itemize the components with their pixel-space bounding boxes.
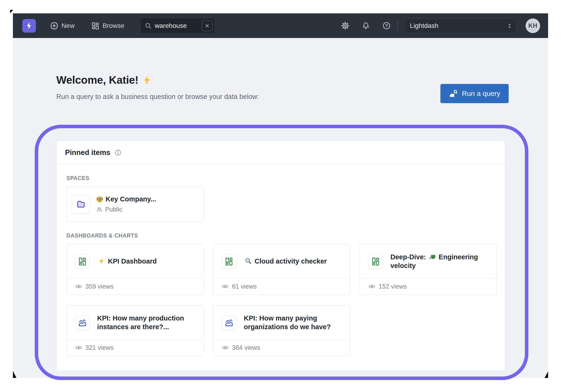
svg-text:?: ? <box>385 23 388 28</box>
dashboard-grid-icon <box>78 257 87 266</box>
new-button[interactable]: New <box>50 21 75 30</box>
run-query-label: Run a query <box>462 90 500 98</box>
truck-emoji <box>429 253 436 260</box>
card-title: Cloud activity checker <box>244 257 327 266</box>
magnifier-emoji <box>245 258 252 264</box>
help-icon: ? <box>382 21 391 30</box>
bolt-logo-icon <box>25 22 33 30</box>
pinned-items-panel: Pinned items SPACES <box>56 141 505 371</box>
chart-line-icon <box>225 318 233 327</box>
zap-emoji <box>98 258 105 264</box>
dashboards-charts-section-label: DASHBOARDS & CHARTS <box>66 233 496 239</box>
eye-icon <box>368 283 375 290</box>
pinned-item-card[interactable]: KPI: How many paying organizations do we… <box>213 305 350 356</box>
views-count: 321 views <box>86 344 114 351</box>
space-title: Key Company... <box>96 195 156 203</box>
run-query-button[interactable]: Run a query <box>440 84 509 103</box>
pinned-item-card[interactable]: Cloud activity checker 61 views <box>213 244 350 295</box>
views-count: 384 views <box>232 344 260 351</box>
avatar-initials: KH <box>529 22 538 29</box>
welcome-block: Welcome, Katie! Run a query to ask a bus… <box>56 74 259 101</box>
space-visibility-text: Public <box>105 206 122 213</box>
app-window: New Browse <box>13 13 548 378</box>
space-visibility: Public <box>96 206 156 213</box>
title-text: Cloud activity checker <box>253 258 327 265</box>
browse-grid-icon <box>91 21 99 30</box>
pinned-item-card[interactable]: KPI: How many production instances are t… <box>66 305 204 356</box>
card-title: KPI: How many paying organizations do we… <box>244 314 343 331</box>
item-icon-tile <box>222 254 236 269</box>
space-card[interactable]: Key Company... Public <box>66 187 204 222</box>
card-title: Deep-Dive: Engineering velocity <box>390 253 490 270</box>
global-search[interactable] <box>141 19 215 33</box>
item-icon-tile <box>368 254 383 269</box>
pinned-item-card[interactable]: Deep-Dive: Engineering velocity 152 view… <box>360 244 497 295</box>
views-count: 61 views <box>232 283 257 290</box>
pinned-cards-grid: KPI Dashboard 359 views <box>66 244 496 356</box>
search-icon <box>145 22 152 29</box>
user-avatar[interactable]: KH <box>526 19 540 33</box>
pinned-item-card[interactable]: KPI Dashboard 359 views <box>66 244 204 295</box>
nerd-face-emoji <box>96 196 103 203</box>
card-title: KPI Dashboard <box>97 257 157 266</box>
help-button[interactable]: ? <box>382 21 391 30</box>
item-icon-tile <box>75 315 90 330</box>
eye-icon <box>222 283 229 290</box>
title-text: KPI: How many paying organizations do we… <box>244 314 331 330</box>
pinned-items-title: Pinned items <box>65 148 110 157</box>
select-chevrons-icon <box>506 22 513 29</box>
card-title: KPI: How many production instances are t… <box>97 314 196 331</box>
folder-icon <box>76 199 86 209</box>
page-title: Welcome, Katie! <box>56 74 259 86</box>
close-icon <box>204 23 210 29</box>
title-text: Deep-Dive: <box>390 253 428 261</box>
title-text: KPI Dashboard <box>106 258 157 265</box>
views-count: 359 views <box>86 283 114 290</box>
eye-icon <box>222 344 229 351</box>
zap-emoji <box>142 75 152 85</box>
chart-line-icon <box>78 318 87 327</box>
project-selector-value: Lightdash <box>410 22 506 30</box>
item-icon-tile <box>75 254 90 269</box>
views-count: 152 views <box>379 283 407 290</box>
title-text: KPI: How many production instances are t… <box>97 314 184 330</box>
settings-button[interactable] <box>341 21 350 30</box>
info-icon[interactable] <box>115 149 121 156</box>
notifications-button[interactable] <box>361 21 370 30</box>
bell-icon <box>362 21 370 30</box>
people-icon <box>96 206 103 213</box>
new-label: New <box>62 22 75 30</box>
gear-icon <box>341 21 350 30</box>
top-navbar: New Browse <box>13 13 548 38</box>
navbar-divider <box>398 21 398 31</box>
welcome-subtitle: Run a query to ask a business question o… <box>56 93 259 101</box>
browse-label: Browse <box>103 22 124 30</box>
clear-search-button[interactable] <box>202 21 213 31</box>
space-title-text: Key Company... <box>106 195 156 203</box>
dashboard-grid-icon <box>371 257 380 266</box>
plus-square-icon <box>50 21 58 30</box>
search-input[interactable] <box>155 22 199 30</box>
browse-button[interactable]: Browse <box>91 21 124 30</box>
welcome-text: Welcome, Katie! <box>56 74 139 86</box>
item-icon-tile <box>222 315 236 330</box>
eye-icon <box>75 344 82 351</box>
chart-search-icon <box>449 89 458 98</box>
space-icon-tile <box>72 195 90 213</box>
eye-icon <box>75 283 82 290</box>
lightdash-logo[interactable] <box>22 19 36 33</box>
spaces-section-label: SPACES <box>66 175 496 181</box>
window-corner-artifact <box>10 10 13 13</box>
dashboard-grid-icon <box>225 257 233 266</box>
project-selector[interactable]: Lightdash <box>404 19 517 33</box>
